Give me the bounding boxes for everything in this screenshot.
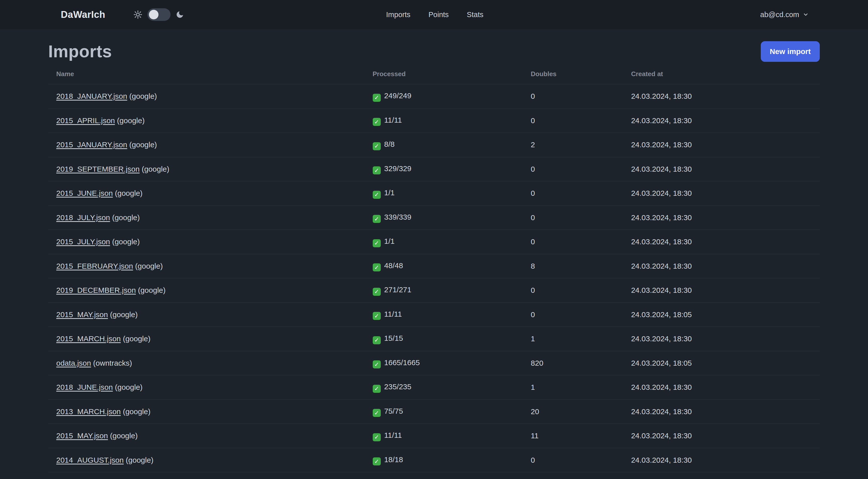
import-file-link[interactable]: 2015_FEBRUARY.json [56, 262, 133, 270]
import-created-cell: 24.03.2024, 18:05 [623, 303, 820, 327]
check-icon [373, 457, 381, 466]
import-file-link[interactable]: 2015_MAY.json [56, 310, 108, 319]
import-processed-cell: 1/1 [365, 230, 523, 254]
import-name-cell: 2015_APRIL.json (google) [48, 109, 365, 133]
imports-page: Imports New import Name Processed Double… [48, 29, 820, 479]
import-row: 2015_MAY.json (google) 11/11 0 24.03.202… [48, 303, 820, 327]
brand-logo[interactable]: DaWarIch [61, 9, 105, 20]
processed-count: 15/15 [384, 334, 403, 342]
import-doubles-cell: 0 [523, 157, 623, 181]
import-source: (google) [110, 310, 137, 319]
nav-link-points[interactable]: Points [429, 10, 449, 19]
import-created-cell: 24.03.2024, 18:30 [623, 278, 820, 303]
import-row: 2019_DECEMBER.json (google) 271/271 0 24… [48, 278, 820, 303]
import-row: 2013_JUNE.json (google) 178/178 59 24.03… [48, 472, 820, 479]
import-processed-cell: 329/329 [365, 157, 523, 181]
import-created-cell: 24.03.2024, 18:30 [623, 133, 820, 157]
import-name-cell: 2018_JANUARY.json (google) [48, 84, 365, 109]
import-created-cell: 24.03.2024, 18:30 [623, 448, 820, 473]
import-created-cell: 24.03.2024, 18:30 [623, 84, 820, 109]
import-source: (google) [129, 141, 157, 149]
check-icon [373, 191, 381, 199]
import-row: 2015_APRIL.json (google) 11/11 0 24.03.2… [48, 109, 820, 133]
import-created-cell: 24.03.2024, 18:30 [623, 424, 820, 448]
import-processed-cell: 11/11 [365, 303, 523, 327]
theme-switch[interactable] [148, 8, 170, 21]
import-file-link[interactable]: 2015_JULY.json [56, 238, 110, 246]
check-icon [373, 215, 381, 223]
import-doubles-cell: 0 [523, 206, 623, 230]
column-header-created-at: Created at [623, 64, 820, 84]
main-nav: ImportsPointsStats [386, 10, 483, 19]
import-source: (google) [123, 408, 150, 416]
navbar-left: DaWarIch [61, 8, 386, 21]
import-file-link[interactable]: 2019_DECEMBER.json [56, 286, 136, 294]
import-name-cell: 2014_AUGUST.json (google) [48, 448, 365, 473]
page-title: Imports [48, 41, 112, 62]
import-processed-cell: 75/75 [365, 399, 523, 424]
import-file-link[interactable]: 2014_AUGUST.json [56, 456, 124, 464]
import-file-link[interactable]: 2018_JULY.json [56, 213, 110, 222]
check-icon [373, 142, 381, 150]
import-row: 2015_FEBRUARY.json (google) 48/48 8 24.0… [48, 254, 820, 278]
column-header-doubles: Doubles [523, 64, 623, 84]
check-icon [373, 312, 381, 320]
import-source: (google) [129, 92, 157, 100]
import-row: 2015_JUNE.json (google) 1/1 0 24.03.2024… [48, 181, 820, 206]
import-name-cell: 2019_SEPTEMBER.json (google) [48, 157, 365, 181]
theme-switch-knob [149, 10, 158, 19]
import-file-link[interactable]: 2015_MAY.json [56, 431, 108, 440]
import-doubles-cell: 0 [523, 109, 623, 133]
import-file-link[interactable]: 2015_JANUARY.json [56, 141, 127, 149]
import-name-cell: 2015_MARCH.json (google) [48, 327, 365, 351]
import-row: 2015_JANUARY.json (google) 8/8 2 24.03.2… [48, 133, 820, 157]
import-created-cell: 24.03.2024, 18:30 [623, 375, 820, 399]
table-header-row: Name Processed Doubles Created at [48, 64, 820, 84]
imports-table: Name Processed Doubles Created at 2018_J… [48, 64, 820, 479]
import-file-link[interactable]: 2015_APRIL.json [56, 116, 115, 125]
sun-icon [133, 10, 143, 19]
check-icon [373, 409, 381, 417]
import-file-link[interactable]: odata.json [56, 359, 91, 367]
check-icon [373, 239, 381, 247]
import-source: (google) [112, 213, 140, 222]
check-icon [373, 94, 381, 102]
processed-count: 1665/1665 [384, 358, 420, 367]
nav-link-imports[interactable]: Imports [386, 10, 410, 19]
import-file-link[interactable]: 2015_MARCH.json [56, 334, 121, 343]
imports-table-body: 2018_JANUARY.json (google) 249/249 0 24.… [48, 84, 820, 479]
nav-link-stats[interactable]: Stats [467, 10, 484, 19]
import-created-cell: 24.03.2024, 18:30 [623, 254, 820, 278]
import-name-cell: 2018_JULY.json (google) [48, 206, 365, 230]
processed-count: 11/11 [384, 431, 402, 439]
import-created-cell: 24.03.2024, 18:30 [623, 181, 820, 206]
import-file-link[interactable]: 2013_MARCH.json [56, 408, 121, 416]
import-row: 2018_JULY.json (google) 339/339 0 24.03.… [48, 206, 820, 230]
theme-toggle[interactable] [133, 8, 184, 21]
import-source: (google) [135, 262, 163, 270]
import-file-link[interactable]: 2018_JANUARY.json [56, 92, 127, 100]
import-created-cell: 24.03.2024, 18:30 [623, 472, 820, 479]
import-file-link[interactable]: 2019_SEPTEMBER.json [56, 165, 140, 173]
processed-count: 18/18 [384, 455, 403, 464]
import-row: 2018_JUNE.json (google) 235/235 1 24.03.… [48, 375, 820, 399]
import-row: 2015_MAY.json (google) 11/11 11 24.03.20… [48, 424, 820, 448]
import-doubles-cell: 8 [523, 254, 623, 278]
import-source: (google) [142, 165, 169, 173]
import-row: 2014_AUGUST.json (google) 18/18 0 24.03.… [48, 448, 820, 473]
import-file-link[interactable]: 2015_JUNE.json [56, 189, 113, 197]
processed-count: 1/1 [384, 237, 395, 245]
chevron-down-icon [803, 11, 809, 18]
account-dropdown[interactable]: ab@cd.com [484, 10, 809, 19]
check-icon [373, 288, 381, 296]
account-email: ab@cd.com [760, 10, 799, 19]
import-file-link[interactable]: 2018_JUNE.json [56, 383, 113, 391]
import-doubles-cell: 11 [523, 424, 623, 448]
import-doubles-cell: 2 [523, 133, 623, 157]
import-doubles-cell: 1 [523, 375, 623, 399]
new-import-button[interactable]: New import [761, 41, 820, 62]
import-doubles-cell: 20 [523, 399, 623, 424]
import-name-cell: odata.json (owntracks) [48, 351, 365, 376]
processed-count: 329/329 [384, 164, 411, 173]
import-row: odata.json (owntracks) 1665/1665 820 24.… [48, 351, 820, 376]
